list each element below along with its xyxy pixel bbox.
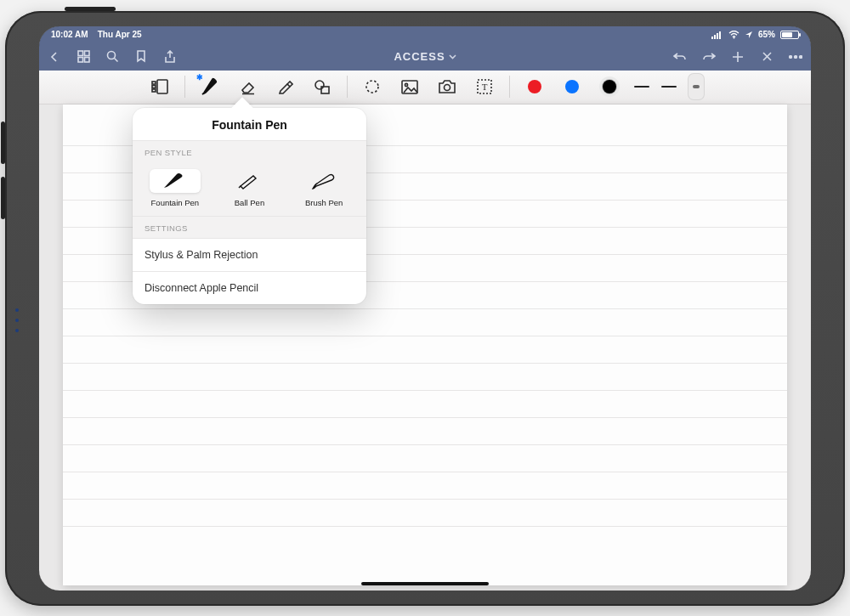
pen-option-ball[interactable]: Ball Pen [215,169,283,207]
stroke-medium[interactable] [661,74,677,99]
pen-option-label: Ball Pen [235,198,264,207]
stroke-thick[interactable] [688,74,704,99]
svg-point-27 [405,83,407,86]
camera-tool[interactable] [434,74,460,99]
highlighter-tool[interactable] [272,74,298,99]
svg-point-23 [315,81,324,89]
nav-title[interactable]: ACCESS [394,50,456,63]
svg-rect-1 [714,35,716,39]
pen-option-label: Fountain Pen [151,198,200,207]
status-date: Thu Apr 25 [98,30,142,39]
thumbnails-tool[interactable] [147,74,173,99]
screen: 10:02 AM Thu Apr 25 65% A [39,26,811,591]
close-button[interactable] [760,50,774,64]
color-black[interactable] [597,74,622,99]
more-button[interactable] [789,50,802,64]
svg-point-4 [733,37,734,38]
brush-pen-icon [298,169,349,193]
svg-point-15 [790,55,792,58]
home-indicator[interactable] [361,582,489,585]
cellular-icon [711,31,723,39]
toolbar-divider [347,76,348,98]
wifi-icon [728,31,740,39]
svg-rect-6 [84,51,89,56]
add-button[interactable] [731,50,745,64]
svg-point-17 [800,55,802,58]
pen-style-row: Fountain Pen Ball Pen Brush Pen [133,162,366,216]
toolbar-divider [184,76,185,98]
svg-rect-0 [711,37,713,39]
svg-text:T: T [481,82,487,92]
pen-style-label: PEN STYLE [133,140,366,162]
text-tool[interactable]: T [472,74,497,99]
popover-title: Fountain Pen [133,108,366,140]
pen-option-brush[interactable]: Brush Pen [290,169,358,207]
battery-icon [780,31,799,39]
svg-point-25 [366,81,378,93]
color-red[interactable] [522,74,547,99]
nav-left [48,50,177,64]
eraser-tool[interactable] [235,74,260,99]
lasso-tool[interactable] [360,74,385,99]
pen-tool[interactable]: ✱ [197,74,223,99]
status-time: 10:02 AM [51,30,88,39]
nav-title-label: ACCESS [394,50,445,63]
svg-rect-20 [152,86,156,88]
svg-rect-18 [157,80,167,93]
image-tool[interactable] [397,74,422,99]
pen-popover: Fountain Pen PEN STYLE Fountain Pen Ball… [133,108,366,304]
battery-percent: 65% [758,30,775,39]
search-button[interactable] [105,50,119,64]
ball-pen-icon [224,169,275,193]
location-icon [745,31,753,39]
pen-option-fountain[interactable]: Fountain Pen [141,169,209,207]
ipad-device-frame: 10:02 AM Thu Apr 25 65% A [5,11,845,606]
grid-button[interactable] [76,50,90,64]
bookmark-button[interactable] [134,50,148,64]
svg-rect-8 [84,58,89,63]
svg-rect-7 [78,58,83,63]
stylus-palm-rejection-row[interactable]: Stylus & Palm Rejection [133,238,366,271]
redo-button[interactable] [702,50,716,64]
pen-option-label: Brush Pen [305,198,343,207]
settings-label: SETTINGS [133,216,366,238]
disconnect-pencil-row[interactable]: Disconnect Apple Pencil [133,271,366,304]
shapes-tool[interactable] [309,74,335,99]
svg-point-16 [795,55,797,58]
nav-right [673,50,802,64]
color-blue[interactable] [559,74,585,99]
stroke-thin[interactable] [634,74,649,99]
undo-button[interactable] [673,50,687,64]
svg-rect-21 [152,89,156,92]
nav-bar: ACCESS [39,43,811,71]
svg-point-9 [107,52,115,59]
svg-line-10 [114,59,117,62]
toolbar-divider [509,76,510,98]
svg-rect-2 [717,33,718,39]
status-left: 10:02 AM Thu Apr 25 [51,30,142,39]
status-right: 65% [711,30,799,39]
status-bar: 10:02 AM Thu Apr 25 65% [39,26,811,43]
fountain-pen-icon [150,169,201,193]
svg-point-28 [444,85,450,91]
tool-bar: ✱ T [39,71,811,105]
svg-rect-3 [719,31,721,39]
share-button[interactable] [163,50,177,64]
bluetooth-icon: ✱ [196,73,203,82]
svg-rect-5 [78,51,83,56]
svg-rect-19 [152,82,156,84]
back-button[interactable] [48,50,61,64]
chevron-down-icon [449,53,456,60]
